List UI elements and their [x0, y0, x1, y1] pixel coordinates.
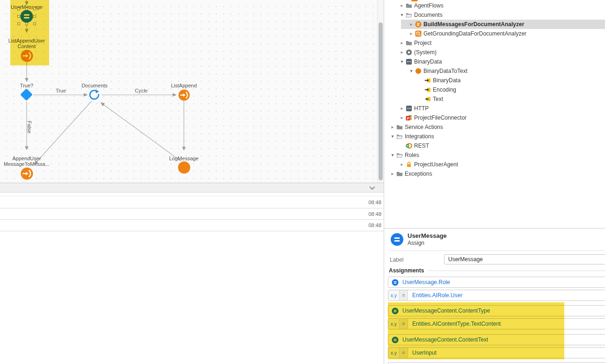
folder-open-icon — [396, 152, 403, 158]
tree-item-encoding[interactable]: Encoding — [384, 85, 605, 94]
log-timestamp: 08:48 — [368, 211, 381, 217]
node-label-condition: True? — [13, 83, 41, 88]
selection-handle[interactable] — [25, 7, 28, 10]
tree-item-label: BinaryData — [433, 77, 460, 84]
tree-item-projectfileconnector[interactable]: ▸PProjectFileConnector — [384, 113, 605, 122]
log-row[interactable]: 08:48 — [0, 196, 384, 208]
chevron-down-icon[interactable] — [369, 185, 376, 192]
tree-item-buildmessagesfordocumentanalyzer[interactable]: ▸BuildMessagesForDocumentAnalyzer — [384, 20, 605, 29]
node-label-documents-loop: Documents — [76, 83, 113, 88]
tree-item-http[interactable]: ▸HTTP — [384, 104, 605, 113]
chevron-down-icon[interactable]: ▾ — [399, 11, 405, 19]
tree-item-label: ProjectUserAgent — [414, 161, 458, 168]
tree-item-label: Exceptions — [405, 171, 432, 177]
divider — [427, 271, 605, 271]
tree-item-binarydata[interactable]: ▾BinaryData — [384, 57, 605, 66]
tree-item-label: Integrations — [405, 133, 434, 140]
assignment-variable-field[interactable] — [388, 362, 605, 364]
assignment-value[interactable]: UserInput — [412, 350, 437, 356]
tree-item-label: GetGroundingDataForDocumentAnalyzer — [423, 30, 526, 37]
tree-item-project[interactable]: ▸Project — [384, 38, 605, 48]
list-append-node-icon[interactable] — [21, 167, 33, 182]
assign-icon — [391, 233, 403, 246]
for-each-node-icon[interactable] — [88, 89, 101, 103]
node-label-list-append: ListAppend — [165, 83, 203, 88]
action-circle-icon — [415, 68, 422, 74]
tree-item-binarydata[interactable]: BinaryData — [384, 76, 605, 85]
selection-handle[interactable] — [33, 7, 36, 10]
chevron-right-icon[interactable]: ▸ — [399, 114, 405, 121]
selection-handle[interactable] — [17, 22, 20, 25]
chevron-right-icon[interactable]: ▸ — [408, 21, 414, 28]
tree-item-label: REST — [414, 143, 429, 149]
tree-item-exceptions[interactable]: ▸Exceptions — [384, 169, 605, 178]
chevron-right-icon[interactable]: ▸ — [399, 2, 405, 9]
selection-handle[interactable] — [17, 7, 20, 10]
canvas-vertical-scrollbar[interactable] — [377, 0, 384, 183]
log-panel-header[interactable] — [0, 183, 384, 193]
chevron-right-icon[interactable]: ▸ — [399, 105, 405, 112]
chevron-right-icon[interactable]: ▸ — [390, 170, 395, 178]
chevron-right-icon[interactable]: ▸ — [390, 123, 395, 131]
action-list-icon — [415, 21, 422, 28]
tree-item-text[interactable]: Text — [384, 94, 605, 104]
assignment-variable-field[interactable]: UserMessageContent.ContentText — [388, 334, 605, 345]
tree-item-label: Roles — [405, 152, 419, 158]
log-strip — [0, 193, 384, 196]
label-input[interactable] — [444, 254, 605, 264]
tree-item-agentflows[interactable]: ▸AgentFlows — [384, 1, 605, 10]
assignment-value[interactable]: Entities.AIRole.User — [412, 292, 462, 299]
list-append-node-icon[interactable] — [21, 50, 33, 64]
tree-item-rest[interactable]: REST — [384, 141, 605, 150]
scrollbar-thumb[interactable] — [379, 22, 383, 180]
chevron-right-icon[interactable]: ▸ — [408, 30, 414, 37]
chevron-down-icon[interactable]: ▾ — [408, 67, 414, 75]
chevron-right-icon[interactable]: ▸ — [399, 39, 405, 47]
assignment-variable[interactable]: UserMessageContent.ContentText — [402, 336, 488, 343]
selection-handle[interactable] — [17, 15, 20, 18]
assignment-value-field[interactable]: x.y=Entities.AIContentType.TextContent — [388, 318, 605, 329]
execute-action-node-icon[interactable] — [178, 161, 190, 176]
folder-open-icon — [396, 133, 403, 140]
equals-badge: = — [400, 290, 408, 300]
expression-badge: x.y — [388, 348, 400, 358]
flow-canvas[interactable]: UserMessage ListAppendUser Content True?… — [0, 0, 377, 183]
tree-item-service-actions[interactable]: ▸Service Actions — [384, 122, 605, 132]
folder-icon — [406, 40, 412, 46]
chevron-down-icon[interactable]: ▾ — [399, 58, 405, 65]
assignment-variable-field[interactable]: UserMessage.Role — [388, 277, 605, 288]
chevron-down-icon[interactable]: ▾ — [390, 151, 395, 159]
assignment-value-field[interactable]: x.y=UserInput — [388, 347, 605, 358]
selection-handle[interactable] — [33, 15, 36, 18]
assign-variable-icon — [392, 279, 399, 286]
assignment-variable[interactable]: UserMessageContent.ContentType — [402, 307, 490, 314]
assignment-variable[interactable]: UserMessage.Role — [402, 279, 450, 285]
chevron-down-icon[interactable]: ▾ — [390, 133, 395, 140]
tree-item-roles[interactable]: ▾Roles — [384, 150, 605, 160]
assignment-value[interactable]: Entities.AIContentType.TextContent — [412, 321, 501, 327]
log-row[interactable]: 08:48 — [0, 220, 384, 231]
chevron-right-icon[interactable]: ▸ — [399, 161, 405, 168]
assignment-value-field[interactable]: x.y=Entities.AIRole.User — [388, 290, 605, 301]
divider — [389, 250, 605, 251]
node-label-list-append-user-content: ListAppendUser Content — [3, 38, 50, 49]
log-timestamp: 08:48 — [368, 222, 381, 228]
log-row[interactable]: 08:48 — [0, 208, 384, 220]
tree-item-binarydatatotext[interactable]: ▾BinaryDataToText — [384, 66, 605, 76]
file-connector-icon: P — [406, 114, 412, 121]
input-parameter-icon — [424, 86, 431, 93]
tree-item-integrations[interactable]: ▾Integrations — [384, 132, 605, 141]
assignment-variable-field[interactable]: UserMessageContent.ContentType — [388, 305, 605, 316]
debugger-log-panel: 08:4808:4808:48 — [0, 183, 384, 364]
tree-item-getgroundingdatafordocumentanalyzer[interactable]: ▸GetGroundingDataForDocumentAnalyzer — [384, 29, 605, 38]
chevron-right-icon[interactable]: ▸ — [399, 49, 405, 56]
selection-handle[interactable] — [33, 22, 36, 25]
tree-item-documents[interactable]: ▾Documents — [384, 10, 605, 20]
properties-panel: UserMessage Assign Label Assignments Use… — [384, 228, 605, 364]
edge-label-cycle: Cycle — [127, 88, 155, 93]
list-append-node-icon[interactable] — [178, 89, 190, 103]
folder-icon — [396, 171, 403, 177]
selection-handle[interactable] — [25, 22, 28, 25]
tree-item-projectuseragent[interactable]: ▸ProjectUserAgent — [384, 160, 605, 169]
tree-item--system-[interactable]: ▸(System) — [384, 48, 605, 57]
